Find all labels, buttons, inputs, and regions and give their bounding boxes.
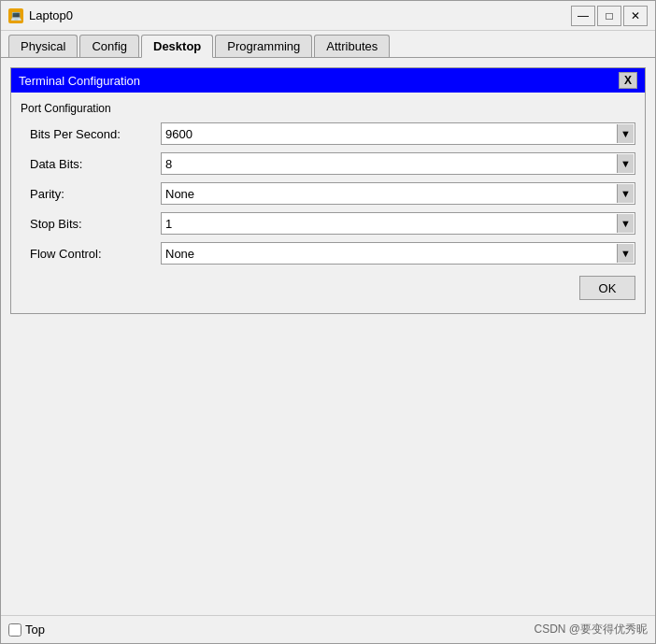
dialog-body: Port Configuration Bits Per Second: 300 … (11, 93, 645, 313)
parity-select[interactable]: None Even Odd Mark Space (161, 182, 635, 205)
title-bar: 💻 Laptop0 — □ ✕ (1, 1, 655, 31)
top-checkbox[interactable] (8, 623, 21, 637)
parity-label: Parity: (30, 187, 161, 201)
bottom-bar: Top CSDN @要变得优秀昵 (1, 615, 655, 643)
window-icon: 💻 (8, 8, 23, 23)
bits-per-second-row: Bits Per Second: 300 1200 2400 4800 9600… (21, 122, 635, 145)
data-bits-wrapper: 5 6 7 8 ▼ (161, 152, 635, 175)
dialog-close-button[interactable]: X (619, 72, 637, 89)
ok-row: OK (21, 272, 635, 304)
tab-config[interactable]: Config (79, 35, 139, 57)
stop-bits-wrapper: 1 1.5 2 ▼ (161, 212, 635, 235)
flow-control-select[interactable]: None XON/XOFF RTS/CTS (161, 242, 635, 265)
minimize-button[interactable]: — (571, 6, 595, 26)
tab-programming[interactable]: Programming (215, 35, 312, 57)
stop-bits-select[interactable]: 1 1.5 2 (161, 212, 635, 235)
flow-control-wrapper: None XON/XOFF RTS/CTS ▼ (161, 242, 635, 265)
top-checkbox-text: Top (25, 623, 45, 637)
stop-bits-label: Stop Bits: (30, 217, 161, 231)
dialog-title: Terminal Configuration (19, 74, 140, 88)
window-close-button[interactable]: ✕ (623, 6, 648, 26)
tab-bar: Physical Config Desktop Programming Attr… (1, 31, 655, 58)
main-window: 💻 Laptop0 — □ ✕ Physical Config Desktop … (0, 0, 656, 644)
stop-bits-row: Stop Bits: 1 1.5 2 ▼ (21, 212, 635, 235)
main-content: Terminal Configuration X Port Configurat… (1, 58, 655, 615)
data-bits-select[interactable]: 5 6 7 8 (161, 152, 635, 175)
maximize-button[interactable]: □ (597, 6, 621, 26)
flow-control-row: Flow Control: None XON/XOFF RTS/CTS ▼ (21, 242, 635, 265)
flow-control-label: Flow Control: (30, 247, 161, 261)
dialog-header: Terminal Configuration X (11, 68, 645, 93)
window-title: Laptop0 (29, 8, 565, 22)
bits-per-second-label: Bits Per Second: (30, 127, 161, 141)
bits-per-second-select[interactable]: 300 1200 2400 4800 9600 19200 38400 5760… (161, 122, 635, 145)
port-config-section-title: Port Configuration (21, 102, 635, 115)
parity-wrapper: None Even Odd Mark Space ▼ (161, 182, 635, 205)
bits-per-second-wrapper: 300 1200 2400 4800 9600 19200 38400 5760… (161, 122, 635, 145)
tab-desktop[interactable]: Desktop (141, 35, 213, 58)
tab-physical[interactable]: Physical (8, 35, 78, 57)
watermark-text: CSDN @要变得优秀昵 (534, 622, 648, 637)
terminal-config-dialog: Terminal Configuration X Port Configurat… (10, 67, 646, 314)
tab-attributes[interactable]: Attributes (314, 35, 390, 57)
top-checkbox-label[interactable]: Top (8, 623, 45, 637)
title-bar-controls: — □ ✕ (571, 6, 648, 26)
data-bits-label: Data Bits: (30, 157, 161, 171)
parity-row: Parity: None Even Odd Mark Space ▼ (21, 182, 635, 205)
data-bits-row: Data Bits: 5 6 7 8 ▼ (21, 152, 635, 175)
ok-button[interactable]: OK (579, 276, 635, 300)
